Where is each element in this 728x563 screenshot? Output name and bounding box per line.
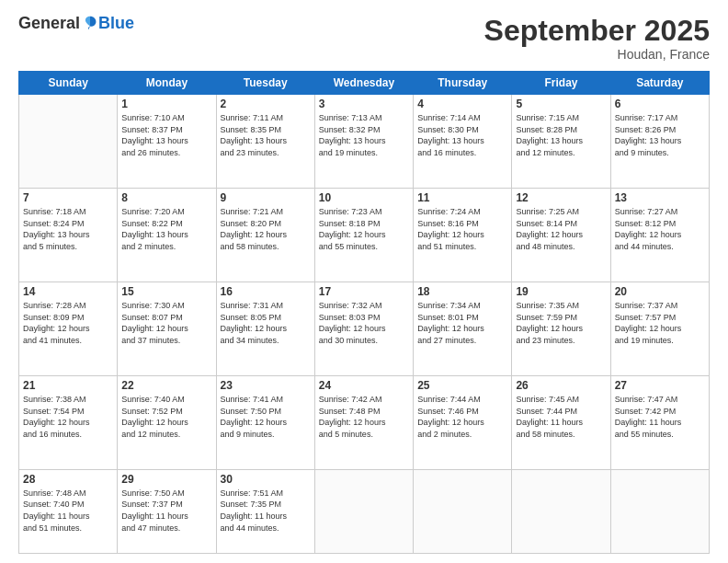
day-number: 24	[319, 379, 409, 392]
day-number: 23	[221, 379, 311, 392]
table-row: 13Sunrise: 7:27 AMSunset: 8:12 PMDayligh…	[610, 189, 709, 282]
day-number: 19	[516, 285, 606, 298]
day-number: 17	[319, 285, 409, 298]
day-number: 25	[417, 379, 507, 392]
day-number: 20	[615, 285, 705, 298]
day-info: Sunrise: 7:40 AMSunset: 7:52 PMDaylight:…	[121, 394, 211, 440]
table-row: 28Sunrise: 7:48 AMSunset: 7:40 PMDayligh…	[19, 469, 118, 553]
calendar-header-row: Sunday Monday Tuesday Wednesday Thursday…	[19, 72, 710, 95]
table-row: 21Sunrise: 7:38 AMSunset: 7:54 PMDayligh…	[19, 375, 118, 469]
table-row	[19, 95, 118, 189]
header-saturday: Saturday	[610, 72, 709, 95]
table-row: 11Sunrise: 7:24 AMSunset: 8:16 PMDayligh…	[414, 189, 512, 282]
day-info: Sunrise: 7:51 AMSunset: 7:35 PMDaylight:…	[221, 488, 311, 534]
logo-bird-icon	[82, 15, 98, 31]
table-row: 14Sunrise: 7:28 AMSunset: 8:09 PMDayligh…	[19, 282, 118, 376]
day-info: Sunrise: 7:24 AMSunset: 8:16 PMDaylight:…	[417, 206, 507, 252]
table-row	[414, 469, 512, 553]
table-row: 25Sunrise: 7:44 AMSunset: 7:46 PMDayligh…	[414, 375, 512, 469]
table-row: 18Sunrise: 7:34 AMSunset: 8:01 PMDayligh…	[414, 282, 512, 376]
table-row: 19Sunrise: 7:35 AMSunset: 7:59 PMDayligh…	[512, 282, 610, 376]
table-row: 5Sunrise: 7:15 AMSunset: 8:28 PMDaylight…	[512, 95, 610, 189]
day-number: 27	[615, 379, 705, 392]
day-info: Sunrise: 7:44 AMSunset: 7:46 PMDaylight:…	[417, 394, 507, 440]
day-info: Sunrise: 7:18 AMSunset: 8:24 PMDaylight:…	[23, 206, 113, 252]
calendar-table: Sunday Monday Tuesday Wednesday Thursday…	[18, 71, 710, 554]
table-row: 6Sunrise: 7:17 AMSunset: 8:26 PMDaylight…	[610, 95, 709, 189]
day-info: Sunrise: 7:14 AMSunset: 8:30 PMDaylight:…	[417, 112, 507, 158]
day-info: Sunrise: 7:27 AMSunset: 8:12 PMDaylight:…	[615, 206, 705, 252]
day-number: 18	[417, 285, 507, 298]
logo: General Blue	[18, 15, 134, 31]
day-number: 5	[516, 98, 606, 110]
day-info: Sunrise: 7:30 AMSunset: 8:07 PMDaylight:…	[121, 300, 211, 346]
day-number: 22	[121, 379, 211, 392]
day-info: Sunrise: 7:38 AMSunset: 7:54 PMDaylight:…	[23, 394, 113, 440]
day-number: 6	[615, 98, 705, 110]
day-info: Sunrise: 7:47 AMSunset: 7:42 PMDaylight:…	[615, 394, 705, 440]
table-row: 16Sunrise: 7:31 AMSunset: 8:05 PMDayligh…	[216, 282, 314, 376]
day-number: 11	[417, 191, 507, 204]
table-row: 20Sunrise: 7:37 AMSunset: 7:57 PMDayligh…	[610, 282, 709, 376]
table-row: 27Sunrise: 7:47 AMSunset: 7:42 PMDayligh…	[610, 375, 709, 469]
table-row: 23Sunrise: 7:41 AMSunset: 7:50 PMDayligh…	[216, 375, 314, 469]
logo-general: General	[18, 15, 80, 31]
day-info: Sunrise: 7:15 AMSunset: 8:28 PMDaylight:…	[516, 112, 606, 158]
day-info: Sunrise: 7:28 AMSunset: 8:09 PMDaylight:…	[23, 300, 113, 346]
table-row: 26Sunrise: 7:45 AMSunset: 7:44 PMDayligh…	[512, 375, 610, 469]
table-row: 10Sunrise: 7:23 AMSunset: 8:18 PMDayligh…	[314, 189, 413, 282]
day-info: Sunrise: 7:32 AMSunset: 8:03 PMDaylight:…	[319, 300, 409, 346]
day-number: 9	[221, 191, 311, 204]
day-number: 15	[121, 285, 211, 298]
table-row: 29Sunrise: 7:50 AMSunset: 7:37 PMDayligh…	[118, 469, 216, 553]
day-number: 29	[121, 473, 211, 486]
table-row: 9Sunrise: 7:21 AMSunset: 8:20 PMDaylight…	[216, 189, 314, 282]
title-block: September 2025 Houdan, France	[484, 15, 710, 62]
day-info: Sunrise: 7:34 AMSunset: 8:01 PMDaylight:…	[417, 300, 507, 346]
table-row	[610, 469, 709, 553]
table-row: 24Sunrise: 7:42 AMSunset: 7:48 PMDayligh…	[314, 375, 413, 469]
table-row: 7Sunrise: 7:18 AMSunset: 8:24 PMDaylight…	[19, 189, 118, 282]
day-info: Sunrise: 7:23 AMSunset: 8:18 PMDaylight:…	[319, 206, 409, 252]
day-number: 26	[516, 379, 606, 392]
day-number: 4	[417, 98, 507, 110]
table-row: 15Sunrise: 7:30 AMSunset: 8:07 PMDayligh…	[118, 282, 216, 376]
day-info: Sunrise: 7:10 AMSunset: 8:37 PMDaylight:…	[121, 112, 211, 158]
table-row	[314, 469, 413, 553]
table-row: 4Sunrise: 7:14 AMSunset: 8:30 PMDaylight…	[414, 95, 512, 189]
day-number: 8	[121, 191, 211, 204]
logo-text: General Blue	[18, 15, 134, 31]
day-number: 12	[516, 191, 606, 204]
day-info: Sunrise: 7:42 AMSunset: 7:48 PMDaylight:…	[319, 394, 409, 440]
day-number: 1	[121, 98, 211, 110]
table-row: 17Sunrise: 7:32 AMSunset: 8:03 PMDayligh…	[314, 282, 413, 376]
day-info: Sunrise: 7:31 AMSunset: 8:05 PMDaylight:…	[221, 300, 311, 346]
day-number: 21	[23, 379, 113, 392]
day-info: Sunrise: 7:35 AMSunset: 7:59 PMDaylight:…	[516, 300, 606, 346]
day-number: 13	[615, 191, 705, 204]
day-info: Sunrise: 7:37 AMSunset: 7:57 PMDaylight:…	[615, 300, 705, 346]
day-number: 30	[221, 473, 311, 486]
page: General Blue September 2025 Houdan, Fran…	[0, 0, 728, 563]
day-info: Sunrise: 7:13 AMSunset: 8:32 PMDaylight:…	[319, 112, 409, 158]
day-number: 3	[319, 98, 409, 110]
table-row: 22Sunrise: 7:40 AMSunset: 7:52 PMDayligh…	[118, 375, 216, 469]
table-row: 2Sunrise: 7:11 AMSunset: 8:35 PMDaylight…	[216, 95, 314, 189]
table-row: 8Sunrise: 7:20 AMSunset: 8:22 PMDaylight…	[118, 189, 216, 282]
header-sunday: Sunday	[19, 72, 118, 95]
day-info: Sunrise: 7:41 AMSunset: 7:50 PMDaylight:…	[221, 394, 311, 440]
day-info: Sunrise: 7:50 AMSunset: 7:37 PMDaylight:…	[121, 488, 211, 534]
day-info: Sunrise: 7:17 AMSunset: 8:26 PMDaylight:…	[615, 112, 705, 158]
day-info: Sunrise: 7:45 AMSunset: 7:44 PMDaylight:…	[516, 394, 606, 440]
header-tuesday: Tuesday	[216, 72, 314, 95]
header: General Blue September 2025 Houdan, Fran…	[18, 15, 710, 62]
day-number: 28	[23, 473, 113, 486]
table-row: 30Sunrise: 7:51 AMSunset: 7:35 PMDayligh…	[216, 469, 314, 553]
day-info: Sunrise: 7:21 AMSunset: 8:20 PMDaylight:…	[221, 206, 311, 252]
day-number: 14	[23, 285, 113, 298]
day-info: Sunrise: 7:20 AMSunset: 8:22 PMDaylight:…	[121, 206, 211, 252]
page-subtitle: Houdan, France	[484, 47, 710, 62]
header-wednesday: Wednesday	[314, 72, 413, 95]
table-row	[512, 469, 610, 553]
table-row: 12Sunrise: 7:25 AMSunset: 8:14 PMDayligh…	[512, 189, 610, 282]
